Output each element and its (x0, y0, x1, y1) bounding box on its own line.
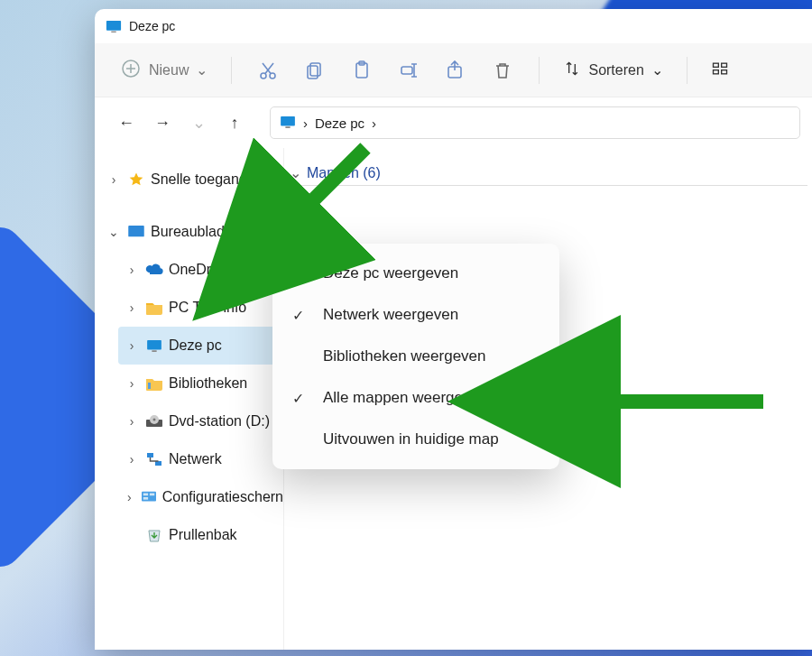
sidebar-item-recycle-bin[interactable]: Prullenbak (118, 516, 283, 554)
chevron-right-icon: › (372, 115, 376, 131)
sidebar-quick-access[interactable]: › Snelle toegang (100, 161, 283, 199)
svg-rect-35 (150, 494, 154, 496)
folder-icon (145, 299, 163, 317)
menu-show-libraries[interactable]: Bibliotheken weergeven (272, 336, 559, 377)
svg-point-30 (153, 419, 156, 421)
svg-rect-33 (142, 492, 156, 502)
sidebar-item-libraries[interactable]: › Bibliotheken (118, 365, 283, 402)
chevron-right-icon[interactable]: › (106, 172, 122, 187)
copy-button[interactable] (293, 49, 337, 92)
svg-line-37 (284, 148, 365, 229)
chevron-right-icon[interactable]: › (124, 376, 140, 391)
sidebar-item-label: PC Tips info (169, 300, 246, 316)
up-button[interactable]: ↑ (219, 107, 250, 138)
sidebar-desktop[interactable]: ⌄ Bureaublad (100, 213, 283, 251)
chevron-right-icon[interactable]: › (124, 414, 140, 429)
svg-point-6 (270, 73, 275, 79)
this-pc-icon (145, 337, 163, 355)
cut-button[interactable] (246, 49, 290, 92)
chevron-right-icon[interactable]: › (124, 452, 140, 467)
window-title: Deze pc (129, 19, 175, 33)
control-panel-icon (141, 488, 157, 506)
rename-button[interactable] (387, 49, 430, 92)
view-button[interactable] (702, 60, 738, 81)
svg-rect-34 (143, 494, 147, 496)
sidebar-item-label: Snelle toegang (151, 171, 247, 188)
menu-show-this-pc[interactable]: ✓ Deze pc weergeven (272, 253, 559, 294)
svg-point-5 (261, 73, 266, 79)
plus-icon (120, 58, 142, 83)
this-pc-icon (280, 115, 296, 131)
menu-show-network[interactable]: ✓ Netwerk weergeven (272, 294, 559, 336)
svg-rect-20 (713, 69, 718, 73)
sidebar-item-onedrive[interactable]: › OneDrive - Pers (118, 251, 283, 289)
svg-rect-22 (281, 115, 295, 125)
breadcrumb[interactable]: Deze pc (315, 115, 364, 131)
svg-rect-36 (143, 497, 147, 500)
menu-show-all-folders[interactable]: ✓ Alle mappen weergeven (272, 377, 559, 419)
sidebar-item-dvd[interactable]: › Dvd-station (D:) (118, 402, 283, 440)
chevron-right-icon[interactable]: › (124, 490, 135, 504)
sort-button-label: Sorteren (588, 62, 643, 79)
paste-button[interactable] (340, 49, 383, 92)
nav-pane-context-menu: ✓ Deze pc weergeven ✓ Netwerk weergeven … (272, 244, 559, 469)
menu-item-label: Netwerk weergeven (323, 306, 458, 324)
sidebar-item-label: Dvd-station (D:) (169, 413, 270, 430)
sidebar-item-this-pc[interactable]: › Deze pc (118, 327, 283, 365)
sidebar-item-control-panel[interactable]: › Configuratieschern (118, 478, 283, 516)
svg-rect-9 (310, 63, 320, 76)
svg-rect-27 (148, 383, 151, 389)
sidebar-item-network[interactable]: › Netwerk (118, 440, 283, 478)
annotation-arrow (266, 135, 383, 253)
address-bar[interactable]: › Deze pc › (270, 106, 800, 139)
sidebar-item-folder[interactable]: › PC Tips info (118, 289, 283, 327)
star-icon (127, 171, 145, 189)
new-button-label: Nieuw (149, 62, 189, 79)
chevron-down-icon: ⌄ (196, 61, 208, 79)
chevron-right-icon[interactable]: › (124, 338, 140, 353)
delete-button[interactable] (481, 49, 524, 92)
svg-rect-31 (147, 453, 153, 457)
forward-button[interactable]: → (147, 107, 178, 138)
recent-button[interactable]: ⌄ (183, 107, 214, 138)
chevron-right-icon[interactable]: › (124, 263, 140, 277)
ribbon-toolbar: Nieuw ⌄ Sorteren ⌄ (95, 43, 812, 97)
chevron-right-icon[interactable]: › (124, 300, 140, 315)
menu-item-label: Uitvouwen in huidige map (323, 430, 499, 448)
navigation-pane: › Snelle toegang ⌄ Bureaublad › (95, 148, 284, 650)
share-button[interactable] (434, 49, 477, 92)
new-button[interactable]: Nieuw ⌄ (111, 52, 217, 88)
svg-rect-25 (147, 340, 161, 350)
svg-rect-23 (285, 126, 290, 128)
network-icon (145, 450, 163, 468)
annotation-arrow (556, 379, 772, 424)
menu-item-label: Bibliotheken weergeven (323, 347, 486, 365)
sort-button[interactable]: Sorteren ⌄ (554, 60, 671, 81)
menu-item-label: Deze pc weergeven (323, 264, 458, 282)
chevron-down-icon[interactable]: ⌄ (106, 225, 122, 239)
sidebar-item-label: Deze pc (169, 337, 222, 354)
svg-rect-24 (128, 226, 144, 236)
sidebar-item-label: OneDrive - Pers (169, 262, 272, 278)
recycle-bin-icon (145, 526, 163, 544)
check-icon: ✓ (292, 307, 309, 324)
check-icon: ✓ (292, 390, 309, 407)
sidebar-item-label: Prullenbak (169, 527, 237, 543)
desktop-icon (127, 223, 145, 241)
menu-expand-current[interactable]: Uitvouwen in huidige map (272, 419, 559, 460)
sidebar-item-label: Netwerk (169, 451, 222, 467)
onedrive-icon (145, 261, 163, 279)
chevron-down-icon: ⌄ (651, 61, 663, 79)
this-pc-icon (106, 20, 122, 32)
svg-rect-10 (308, 66, 318, 79)
back-button[interactable]: ← (111, 107, 142, 138)
sidebar-item-label: Bibliotheken (169, 375, 247, 392)
svg-rect-0 (106, 21, 121, 31)
view-icon (711, 60, 729, 81)
navigation-bar: ← → ⌄ ↑ › Deze pc › (95, 97, 812, 148)
sidebar-item-label: Bureaublad (151, 224, 225, 240)
svg-rect-13 (401, 67, 412, 74)
separator (539, 57, 540, 84)
titlebar: Deze pc (95, 9, 812, 43)
svg-rect-18 (713, 63, 718, 67)
